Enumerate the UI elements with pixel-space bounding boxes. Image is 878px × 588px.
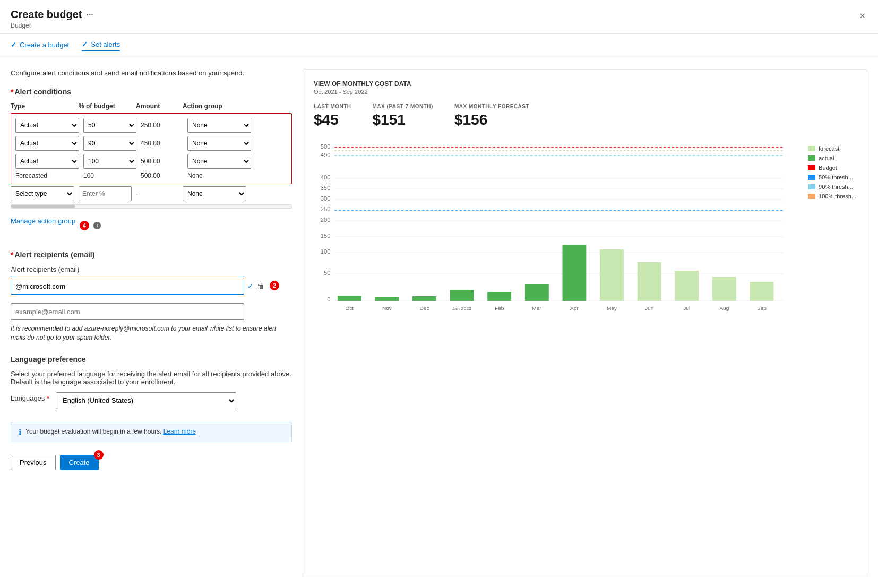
stat-max-7: MAX (PAST 7 MONTH) $151 bbox=[373, 103, 433, 128]
alert-row-2: ActualForecasted 5090100 450.00 None bbox=[15, 136, 287, 151]
legend-budget: Budget bbox=[808, 165, 856, 171]
required-mark: * bbox=[11, 88, 13, 96]
nav-steps: ✓ Create a budget ✓ Set alerts bbox=[0, 34, 878, 58]
new-action-select[interactable]: None bbox=[183, 186, 246, 201]
legend-thresh90-color bbox=[808, 184, 815, 189]
new-dash: - bbox=[136, 190, 178, 197]
email-check-icon: ✓ bbox=[247, 282, 254, 290]
email-placeholder-row bbox=[11, 303, 292, 320]
chart-main: 500 490 400 350 300 250 200 150 100 50 0 bbox=[314, 141, 802, 323]
right-panel: VIEW OF MONTHLY COST DATA Oct 2021 - Sep… bbox=[303, 69, 867, 577]
email-delete-icon[interactable]: 🗑 bbox=[257, 282, 264, 290]
col-header-amount: Amount bbox=[136, 102, 178, 110]
recipients-required-mark: * bbox=[11, 250, 13, 259]
svg-rect-36 bbox=[525, 284, 549, 301]
svg-text:400: 400 bbox=[321, 175, 331, 180]
email-input-row: ✓ 🗑 bbox=[11, 278, 264, 295]
nav-step-create-budget[interactable]: ✓ Create a budget bbox=[11, 41, 69, 51]
email-input[interactable] bbox=[11, 278, 244, 295]
svg-text:350: 350 bbox=[321, 185, 331, 191]
page-container: Create budget ··· Budget × ✓ Create a bu… bbox=[0, 0, 878, 588]
previous-button[interactable]: Previous bbox=[11, 455, 56, 470]
static-action-4: None bbox=[187, 172, 251, 179]
header-dots[interactable]: ··· bbox=[86, 10, 93, 20]
lang-select[interactable]: English (United States) French Spanish G… bbox=[56, 392, 236, 409]
new-alert-row: Select type ActualForecasted - None bbox=[11, 186, 292, 201]
svg-text:Apr: Apr bbox=[570, 306, 579, 311]
header-subtitle: Budget bbox=[11, 22, 93, 29]
stat-last-month-label: LAST MONTH bbox=[314, 103, 351, 109]
svg-rect-28 bbox=[375, 297, 399, 301]
svg-text:300: 300 bbox=[321, 196, 331, 202]
svg-text:Mar: Mar bbox=[532, 306, 542, 311]
svg-rect-40 bbox=[600, 249, 624, 301]
table-headers: Type % of budget Amount Action group bbox=[11, 102, 292, 110]
alert-row-3: ActualForecasted 5090100 500.00 None bbox=[15, 154, 287, 169]
action-select-2[interactable]: None bbox=[187, 136, 251, 151]
svg-text:May: May bbox=[607, 306, 617, 311]
col-header-pct: % of budget bbox=[79, 102, 132, 110]
step1-label: Create a budget bbox=[20, 41, 69, 49]
svg-rect-48 bbox=[750, 282, 774, 301]
action-select-1[interactable]: None bbox=[187, 118, 251, 133]
legend-thresh50-color bbox=[808, 175, 815, 180]
lang-pref-desc: Select your preferred language for recei… bbox=[11, 370, 292, 386]
stat-max-forecast-label: MAX MONTHLY FORECAST bbox=[454, 103, 529, 109]
type-select-3[interactable]: ActualForecasted bbox=[15, 154, 79, 169]
create-button[interactable]: Create bbox=[60, 455, 99, 470]
amount-1: 250.00 bbox=[141, 122, 183, 129]
legend-forecast-label: forecast bbox=[819, 145, 839, 152]
new-type-select[interactable]: Select type ActualForecasted bbox=[11, 186, 74, 201]
svg-text:Aug: Aug bbox=[719, 306, 729, 311]
static-amount-4: 500.00 bbox=[141, 172, 183, 179]
nav-step-set-alerts[interactable]: ✓ Set alerts bbox=[82, 40, 120, 51]
lang-pref-title: Language preference bbox=[11, 355, 292, 364]
alert-row-1: ActualForecasted 5090100 250.00 None bbox=[15, 118, 287, 133]
svg-text:Jun: Jun bbox=[645, 306, 653, 311]
svg-text:Sep: Sep bbox=[757, 306, 767, 311]
email-placeholder-input[interactable] bbox=[11, 303, 244, 320]
svg-text:200: 200 bbox=[321, 217, 331, 223]
stat-max-forecast: MAX MONTHLY FORECAST $156 bbox=[454, 103, 529, 128]
header-left: Create budget ··· Budget bbox=[11, 8, 93, 29]
manage-action-link[interactable]: Manage action group bbox=[11, 217, 75, 225]
bar-chart-svg: 500 490 400 350 300 250 200 150 100 50 0 bbox=[314, 141, 802, 322]
learn-more-link[interactable]: Learn more bbox=[163, 428, 196, 435]
legend-thresh50: 50% thresh... bbox=[808, 174, 856, 180]
header: Create budget ··· Budget × bbox=[0, 0, 878, 34]
amount-2: 450.00 bbox=[141, 140, 183, 147]
scrollbar-thumb bbox=[11, 205, 75, 208]
pct-select-3[interactable]: 5090100 bbox=[83, 154, 136, 169]
stats-row: LAST MONTH $45 MAX (PAST 7 MONTH) $151 M… bbox=[314, 103, 856, 128]
svg-rect-30 bbox=[412, 296, 436, 301]
horizontal-scrollbar[interactable] bbox=[11, 204, 292, 209]
alert-recipients-label: Alert recipients (email) bbox=[11, 265, 292, 273]
legend-thresh100: 100% thresh... bbox=[808, 193, 856, 200]
main-content: Configure alert conditions and send emai… bbox=[0, 58, 878, 588]
svg-rect-32 bbox=[450, 290, 474, 301]
legend-budget-color bbox=[808, 165, 815, 170]
alert-row-4: Forecasted 100 500.00 None bbox=[15, 172, 287, 179]
language-preference-section: Language preference Select your preferre… bbox=[11, 355, 292, 409]
legend-thresh100-color bbox=[808, 194, 815, 199]
type-select-1[interactable]: ActualForecasted bbox=[15, 118, 79, 133]
stat-last-month-value: $45 bbox=[314, 111, 351, 128]
svg-text:150: 150 bbox=[321, 233, 331, 239]
description-text: Configure alert conditions and send emai… bbox=[11, 69, 292, 77]
lang-row: Languages * English (United States) Fren… bbox=[11, 392, 292, 409]
info-box: ℹ Your budget evaluation will begin in a… bbox=[11, 422, 292, 442]
alert-recipients-section: *Alert recipients (email) Alert recipien… bbox=[11, 250, 292, 342]
manage-action-badge: 4 bbox=[80, 221, 89, 230]
svg-text:Oct: Oct bbox=[345, 306, 354, 311]
close-button[interactable]: × bbox=[857, 8, 867, 24]
stat-max-7-label: MAX (PAST 7 MONTH) bbox=[373, 103, 433, 109]
action-select-3[interactable]: None bbox=[187, 154, 251, 169]
new-pct-input[interactable] bbox=[79, 186, 132, 201]
step1-checkmark: ✓ bbox=[11, 41, 16, 49]
alert-conditions-title: *Alert conditions bbox=[11, 88, 292, 96]
manage-action-info-icon[interactable]: i bbox=[93, 222, 101, 229]
pct-select-2[interactable]: 5090100 bbox=[83, 136, 136, 151]
pct-select-1[interactable]: 5090100 bbox=[83, 118, 136, 133]
legend-forecast: forecast bbox=[808, 145, 856, 152]
type-select-2[interactable]: ActualForecasted bbox=[15, 136, 79, 151]
